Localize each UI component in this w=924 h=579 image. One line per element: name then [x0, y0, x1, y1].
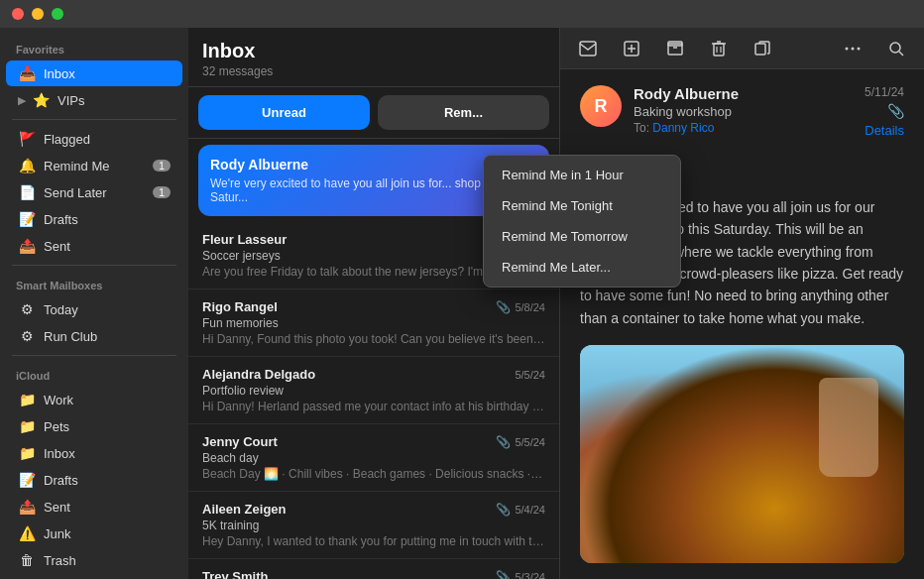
pets-folder-icon: 📁: [18, 417, 36, 435]
message-date: 5/5/24: [515, 436, 545, 448]
icloud-inbox-icon: 📁: [18, 444, 36, 462]
message-sender: Aileen Zeigen: [202, 502, 287, 517]
sidebar-item-vips[interactable]: ▶ ⭐ VIPs: [6, 87, 182, 113]
sidebar-item-work[interactable]: 📁 Work: [6, 387, 182, 412]
filter-reminders-button[interactable]: Rem...: [378, 95, 549, 130]
inbox-title: Inbox: [202, 40, 545, 62]
msg-header-right: 📎 5/3/24: [492, 570, 545, 579]
detail-recipient: Danny Rico: [652, 121, 714, 135]
sidebar-item-label: Drafts: [44, 212, 78, 227]
message-header: Alejandra Delgado 5/5/24: [202, 367, 545, 382]
message-subject: 5K training: [202, 519, 545, 532]
more-toolbar-icon[interactable]: [839, 35, 866, 62]
svg-point-15: [858, 47, 861, 50]
move-toolbar-icon[interactable]: [749, 35, 776, 62]
bell-icon: 🔔: [18, 157, 36, 174]
sidebar-item-pets[interactable]: 📁 Pets: [6, 413, 182, 439]
sidebar-item-label: Sent: [44, 239, 70, 254]
filter-unread-button[interactable]: Unread: [198, 95, 370, 130]
close-button[interactable]: [12, 8, 24, 20]
sidebar-item-label: Today: [44, 302, 78, 317]
sidebar-item-drafts[interactable]: 📝 Drafts: [6, 206, 182, 232]
sidebar-item-label: Pets: [44, 419, 69, 434]
search-toolbar-icon[interactable]: [882, 35, 910, 62]
sidebar-item-junk[interactable]: ⚠️ Junk: [6, 521, 182, 546]
detail-to: To: Danny Rico: [634, 121, 865, 135]
remind-1hour[interactable]: Remind Me in 1 Hour: [484, 160, 680, 190]
today-icon: ⚙: [18, 300, 36, 318]
sidebar-divider-3: [12, 355, 176, 356]
message-header: Jenny Court 📎 5/5/24: [202, 434, 545, 449]
message-sender: Rigo Rangel: [202, 299, 278, 314]
sent-icon: 📤: [18, 237, 36, 255]
sidebar-item-flagged[interactable]: 🚩 Flagged: [6, 126, 182, 152]
remind-tomorrow[interactable]: Remind Me Tomorrow: [484, 221, 680, 252]
sidebar-item-remind-me[interactable]: 🔔 Remind Me 1: [6, 153, 182, 178]
table-row[interactable]: Alejandra Delgado 5/5/24 Portfolio revie…: [188, 357, 559, 424]
message-header: Aileen Zeigen 📎 5/4/24: [202, 502, 545, 517]
svg-rect-12: [755, 44, 765, 55]
detail-attachment-icon: 📎: [887, 103, 904, 119]
compose-toolbar-icon[interactable]: [618, 35, 645, 62]
archive-toolbar-icon[interactable]: [661, 35, 689, 62]
svg-line-17: [899, 52, 903, 56]
detail-date-col: 5/11/24 📎 Details: [865, 85, 904, 138]
message-preview: Hi Danny! Herland passed me your contact…: [202, 400, 545, 413]
detail-actions-link[interactable]: Details: [865, 123, 904, 138]
star-icon: ⭐: [32, 91, 50, 109]
message-sender: Alejandra Delgado: [202, 367, 315, 382]
sidebar-item-send-later[interactable]: 📄 Send Later 1: [6, 179, 182, 205]
msg-header-right: 📎 5/4/24: [492, 503, 545, 517]
sidebar-item-icloud-drafts[interactable]: 📝 Drafts: [6, 467, 182, 493]
sidebar-item-label: Run Club: [44, 329, 97, 344]
sidebar-item-icloud-inbox[interactable]: 📁 Inbox: [6, 440, 182, 466]
detail-image: [580, 345, 904, 563]
sidebar-section-smart: Smart Mailboxes: [0, 272, 188, 295]
remind-tonight[interactable]: Remind Me Tonight: [484, 190, 680, 221]
sidebar-item-archive[interactable]: 🗃 Archive: [6, 574, 182, 579]
table-row[interactable]: Trev Smith 📎 5/3/24 Illustration referen…: [188, 559, 559, 579]
message-date: 5/4/24: [515, 504, 545, 516]
sidebar-item-run-club[interactable]: ⚙ Run Club: [6, 323, 182, 349]
remind-later[interactable]: Remind Me Later...: [484, 252, 680, 283]
svg-rect-7: [714, 44, 724, 56]
flag-icon: 🚩: [18, 130, 36, 148]
sidebar-item-today[interactable]: ⚙ Today: [6, 296, 182, 322]
message-preview: Hey Danny, I wanted to thank you for put…: [202, 534, 545, 548]
maximize-button[interactable]: [52, 8, 63, 20]
work-folder-icon: 📁: [18, 391, 36, 408]
icloud-drafts-icon: 📝: [18, 471, 36, 489]
message-sender: Fleur Lasseur: [202, 232, 287, 247]
trash-toolbar-icon[interactable]: [705, 35, 733, 62]
sidebar-item-label: Drafts: [44, 473, 78, 488]
avatar: R: [580, 85, 622, 127]
run-club-icon: ⚙: [18, 327, 36, 345]
msg-header-right: 📎 5/5/24: [492, 435, 545, 449]
detail-date: 5/11/24: [865, 85, 904, 99]
attachment-icon: 📎: [496, 435, 511, 449]
message-subject: Portfolio review: [202, 384, 545, 398]
message-preview: Hi Danny, Found this photo you took! Can…: [202, 332, 545, 346]
table-row[interactable]: Aileen Zeigen 📎 5/4/24 5K training Hey D…: [188, 492, 559, 559]
minimize-button[interactable]: [32, 8, 44, 20]
sidebar-item-label: Inbox: [44, 66, 75, 81]
sidebar-item-trash[interactable]: 🗑 Trash: [6, 547, 182, 573]
sidebar-item-label: Trash: [44, 553, 76, 568]
detail-toolbar: [560, 28, 924, 69]
mail-toolbar-icon[interactable]: [574, 35, 602, 62]
junk-icon: ⚠️: [18, 524, 36, 542]
icloud-sent-icon: 📤: [18, 498, 36, 516]
message-date: 5/5/24: [515, 369, 545, 381]
sidebar-item-label: Inbox: [44, 446, 75, 461]
sidebar-divider-2: [12, 265, 176, 266]
sidebar-item-icloud-sent[interactable]: 📤 Sent: [6, 494, 182, 520]
table-row[interactable]: Jenny Court 📎 5/5/24 Beach day Beach Day…: [188, 424, 559, 492]
sidebar-item-inbox[interactable]: 📥 Inbox: [6, 60, 182, 86]
table-row[interactable]: Rigo Rangel 📎 5/8/24 Fun memories Hi Dan…: [188, 290, 559, 357]
message-list-pane: Inbox 32 messages Unread Rem... Rody Alb…: [188, 28, 560, 579]
sidebar-item-label: Flagged: [44, 132, 90, 147]
svg-point-16: [890, 43, 900, 53]
sidebar-item-sent[interactable]: 📤 Sent: [6, 233, 182, 259]
sidebar-item-label: Work: [44, 393, 73, 407]
sidebar-item-label: Junk: [44, 526, 70, 541]
